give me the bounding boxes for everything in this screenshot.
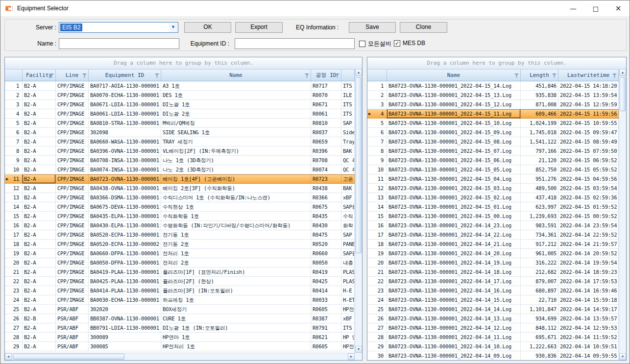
grid-cell[interactable]: R0520 bbox=[311, 240, 341, 249]
grid-cell[interactable]: R0414 bbox=[311, 286, 341, 295]
grid-cell[interactable]: HP연마 1호 bbox=[161, 333, 311, 342]
grid-cell[interactable]: BA0030-ECHA-1130-000001 bbox=[89, 295, 161, 305]
grid-cell[interactable]: VL베이킹[2F] (IN:두께측정기) bbox=[161, 146, 311, 156]
grid-row[interactable]: 20BA0723-OVNA-1130-000001_2022-04-14_19.… bbox=[367, 258, 626, 267]
grid-cell[interactable]: R0605 bbox=[311, 305, 341, 314]
grid-cell[interactable]: B2-A bbox=[23, 240, 56, 249]
grid-cell[interactable]: SAP bbox=[341, 119, 355, 128]
grid-row[interactable]: 17BA0723-OVNA-1130-000001_2022-04-14_22.… bbox=[367, 230, 626, 240]
grid-cell[interactable]: CPP/IMAGE bbox=[56, 128, 89, 137]
scroll-right-icon[interactable]: ► bbox=[348, 353, 355, 360]
grid-cell[interactable]: DI노광 1호 bbox=[161, 100, 311, 109]
grid-cell[interactable]: B2-A bbox=[23, 258, 56, 267]
grid-cell[interactable]: B2-A bbox=[23, 119, 56, 128]
row-number-cell[interactable]: 9 bbox=[367, 156, 387, 165]
grid-cell[interactable]: 2022-04-14 09:59:55 bbox=[558, 351, 619, 361]
grid-cell[interactable]: R0396 bbox=[311, 146, 341, 156]
row-number-cell[interactable]: 30 bbox=[367, 351, 387, 361]
grid-cell[interactable]: 2022-04-15 04:59:56 bbox=[558, 174, 619, 184]
grid-cell[interactable]: B2-A bbox=[23, 128, 56, 137]
grid-cell[interactable]: B2-A bbox=[23, 305, 56, 314]
row-number-cell[interactable]: 22 bbox=[5, 277, 23, 286]
grid-row[interactable]: 5B2-ACPP/IMAGEBA0810-STRA-1130-000001M박리… bbox=[5, 119, 362, 128]
grid-cell[interactable]: CPP/IMAGE bbox=[56, 156, 89, 165]
grid-cell[interactable]: 917,212 bbox=[521, 240, 558, 249]
row-number-cell[interactable]: 13 bbox=[5, 193, 23, 202]
row-number-cell[interactable]: 13 bbox=[367, 193, 387, 202]
grid-cell[interactable]: B2-A bbox=[23, 156, 56, 165]
grid-cell[interactable]: 961,005 bbox=[521, 249, 558, 258]
grid-cell[interactable]: BA0660-DFPA-1130-000001 bbox=[89, 249, 161, 258]
row-number-cell[interactable]: 22 bbox=[367, 277, 387, 286]
grid-cell[interactable]: 플라즈마[1F] (표면처리/Finish) bbox=[161, 267, 311, 277]
grid-cell[interactable]: BA0723-OVNA-1130-000001_2022-04-14_22.Lo… bbox=[387, 230, 521, 240]
grid-cell[interactable]: R0717 bbox=[311, 81, 341, 91]
scroll-down-icon[interactable]: ▼ bbox=[619, 353, 626, 360]
grid-cell[interactable]: PSR/ABF bbox=[56, 314, 89, 323]
grid-row[interactable]: 7B2-ACPP/IMAGEBA0660-WASA-1130-000001TRA… bbox=[5, 137, 362, 146]
grid-cell[interactable]: ITS bbox=[341, 109, 355, 119]
grid-cell[interactable]: R0033 bbox=[311, 295, 341, 305]
grid-cell[interactable]: B2-A bbox=[23, 100, 56, 109]
grid-cell[interactable]: BA0396-OVNA-1130-000001 bbox=[89, 146, 161, 156]
grid-cell[interactable]: BA0438-OVNA-1130-000001 bbox=[89, 184, 161, 193]
scroll-up-icon[interactable]: ▲ bbox=[355, 69, 362, 76]
grid-row[interactable]: 30BA0723-OVNA-1130-000001_2022-04-14_09.… bbox=[367, 351, 626, 361]
row-number-cell[interactable]: 24 bbox=[5, 295, 23, 305]
grid-row[interactable]: 14B2-ACPP/IMAGEBA0675-DEVA-1130-000001수직… bbox=[5, 202, 362, 212]
grid-row[interactable]: 25B2-APSR/ABF302020BOX세정기R0605HP전 bbox=[5, 305, 362, 314]
grid-cell[interactable]: BA0810-STRA-1130-000001 bbox=[89, 119, 161, 128]
grid-cell[interactable]: 2022-04-15 00:59:52 bbox=[558, 212, 619, 221]
grid-cell[interactable]: R0061 bbox=[311, 109, 341, 119]
grid-cell[interactable]: R0050 bbox=[311, 258, 341, 267]
filter-icon[interactable] bbox=[304, 73, 310, 78]
ok-button[interactable]: OK bbox=[184, 22, 231, 33]
equipment-id-input[interactable] bbox=[235, 38, 355, 49]
row-number-cell[interactable]: 29 bbox=[367, 342, 387, 351]
grid-cell[interactable]: BAK bbox=[341, 184, 355, 193]
name-input[interactable] bbox=[59, 38, 179, 49]
grid-cell[interactable]: BA0723-OVNA-1130-000001_2022-04-14_15.Lo… bbox=[387, 295, 521, 305]
grid-cell[interactable]: PSR/ABF bbox=[56, 333, 89, 342]
grid-cell[interactable]: BA0723-OVNA-1130-000001_2022-04-15_11.Lo… bbox=[387, 109, 521, 119]
grid-cell[interactable]: BA0723-OVNA-1130-000001_2022-04-14_23.Lo… bbox=[387, 221, 521, 230]
grid-cell[interactable]: B2-A bbox=[23, 146, 56, 156]
grid-cell[interactable]: 전처리 1호 bbox=[161, 249, 311, 258]
grid-cell[interactable]: HP전 bbox=[341, 342, 355, 351]
grid-cell[interactable]: ITS bbox=[341, 100, 355, 109]
grid-cell[interactable]: CPP/IMAGE bbox=[56, 286, 89, 295]
grid-cell[interactable]: BA0723-OVNA-1130-000001_2022-04-14_21.Lo… bbox=[387, 240, 521, 249]
grid-cell[interactable]: 2022-04-14 20:59:52 bbox=[558, 249, 619, 258]
grid-cell[interactable]: BA0723-OVNA-1130-000001_2022-04-14_14.Lo… bbox=[387, 305, 521, 314]
grid-cell[interactable]: CPP/IMAGE bbox=[56, 109, 89, 119]
grid-row[interactable]: 4B2-ACPP/IMAGEBA0061-LDIA-1130-000001DI노… bbox=[5, 109, 362, 119]
grid-cell[interactable]: BA0723-OVNA-1130-000001_2022-04-14_10.Lo… bbox=[387, 342, 521, 351]
row-number-cell[interactable]: ▶4 bbox=[367, 109, 387, 119]
grid-row[interactable]: 8BA0723-OVNA-1130-000001_2022-04-15_07.L… bbox=[367, 146, 626, 156]
grid-cell[interactable]: 852,750 bbox=[521, 165, 558, 174]
grid-cell[interactable]: BA0723-OVNA-1130-000001_2022-04-15_02.Lo… bbox=[387, 193, 521, 202]
row-number-cell[interactable]: 11 bbox=[367, 174, 387, 184]
row-number-cell[interactable]: 6 bbox=[367, 128, 387, 137]
grid-cell[interactable]: BA0366-DSMA-1130-000001 bbox=[89, 193, 161, 202]
grid-cell[interactable]: 848,112 bbox=[521, 323, 558, 333]
grid-cell[interactable]: 2022-04-15 03:59:54 bbox=[558, 184, 619, 193]
grid-cell[interactable]: BA0723-OVNA-1130-000001_2022-04-15_14.Lo… bbox=[387, 81, 521, 91]
grid-row[interactable]: 5BA0723-OVNA-1130-000001_2022-04-15_10.L… bbox=[367, 119, 626, 128]
row-number-cell[interactable]: 2 bbox=[5, 91, 23, 100]
scrollbar-thumb[interactable] bbox=[356, 77, 362, 253]
grid-cell[interactable]: BA0723-OVNA-1130-000001_2022-04-15_06.Lo… bbox=[387, 156, 521, 165]
grid-cell[interactable]: QC 측 bbox=[341, 165, 355, 174]
grid-row[interactable]: 23BA0723-OVNA-1130-000001_2022-04-14_16.… bbox=[367, 286, 626, 295]
grid-cell[interactable]: 934,699 bbox=[521, 314, 558, 323]
grid-row[interactable]: 14BA0723-OVNA-1130-000001_2022-04-15_01.… bbox=[367, 202, 626, 212]
grid-cell[interactable]: 베이킹 2호[3F] (수직화학동) bbox=[161, 184, 311, 193]
grid-cell[interactable]: CPP/IMAGE bbox=[56, 91, 89, 100]
row-number-cell[interactable]: 23 bbox=[367, 286, 387, 295]
grid-cell[interactable]: SAP bbox=[341, 230, 355, 240]
grid-cell[interactable]: R0605 bbox=[311, 342, 341, 351]
grid-cell[interactable]: BA0419-PLAA-1130-000001 bbox=[89, 267, 161, 277]
grid-cell[interactable]: B2-A bbox=[23, 230, 56, 240]
grid-cell[interactable]: PANE bbox=[341, 240, 355, 249]
grid-cell[interactable]: B2-A bbox=[23, 249, 56, 258]
